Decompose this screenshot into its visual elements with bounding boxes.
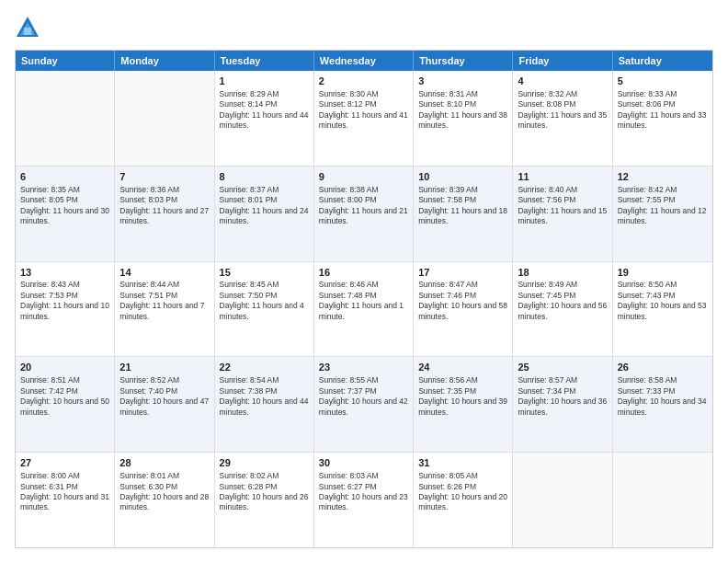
daylight-text: Daylight: 11 hours and 38 minutes. xyxy=(418,110,507,130)
daylight-text: Daylight: 10 hours and 53 minutes. xyxy=(618,301,707,320)
daylight-text: Daylight: 11 hours and 4 minutes. xyxy=(220,301,304,320)
day-number: 11 xyxy=(518,170,607,184)
day-number: 22 xyxy=(220,361,309,374)
calendar-cell: 14Sunrise: 8:44 AMSunset: 7:51 PMDayligh… xyxy=(115,262,214,357)
daylight-text: Daylight: 10 hours and 50 minutes. xyxy=(20,396,109,416)
calendar-cell: 25Sunrise: 8:57 AMSunset: 7:34 PMDayligh… xyxy=(513,357,612,452)
day-number: 25 xyxy=(518,361,607,374)
sunset-text: Sunset: 7:37 PM xyxy=(319,386,377,396)
day-number: 4 xyxy=(518,75,607,88)
sunset-text: Sunset: 8:00 PM xyxy=(319,195,377,204)
daylight-text: Daylight: 10 hours and 47 minutes. xyxy=(119,396,209,416)
page: SundayMondayTuesdayWednesdayThursdayFrid… xyxy=(0,0,728,563)
sunset-text: Sunset: 8:08 PM xyxy=(518,99,575,109)
calendar-cell: 4Sunrise: 8:32 AMSunset: 8:08 PMDaylight… xyxy=(513,71,612,166)
sunset-text: Sunset: 7:40 PM xyxy=(119,386,177,396)
header-day-monday: Monday xyxy=(115,51,214,71)
calendar-cell: 28Sunrise: 8:01 AMSunset: 6:30 PMDayligh… xyxy=(115,453,214,547)
calendar-week-5: 27Sunrise: 8:00 AMSunset: 6:31 PMDayligh… xyxy=(16,453,712,547)
daylight-text: Daylight: 10 hours and 28 minutes. xyxy=(119,492,209,511)
header-day-sunday: Sunday xyxy=(16,51,115,71)
sunrise-text: Sunrise: 8:49 AM xyxy=(518,280,577,289)
sunset-text: Sunset: 7:35 PM xyxy=(418,386,476,396)
calendar-cell: 17Sunrise: 8:47 AMSunset: 7:46 PMDayligh… xyxy=(414,262,513,357)
calendar-week-1: 1Sunrise: 8:29 AMSunset: 8:14 PMDaylight… xyxy=(16,71,712,167)
calendar-cell: 29Sunrise: 8:02 AMSunset: 6:28 PMDayligh… xyxy=(215,453,314,547)
calendar-cell xyxy=(16,71,115,166)
sunrise-text: Sunrise: 8:58 AM xyxy=(618,375,677,385)
sunset-text: Sunset: 6:26 PM xyxy=(418,482,476,491)
calendar-cell: 18Sunrise: 8:49 AMSunset: 7:45 PMDayligh… xyxy=(513,262,612,357)
day-number: 7 xyxy=(119,170,209,184)
calendar-cell: 16Sunrise: 8:46 AMSunset: 7:48 PMDayligh… xyxy=(314,262,414,357)
day-number: 5 xyxy=(618,75,708,88)
sunrise-text: Sunrise: 8:46 AM xyxy=(319,280,379,289)
sunrise-text: Sunrise: 8:57 AM xyxy=(518,375,577,385)
daylight-text: Daylight: 10 hours and 44 minutes. xyxy=(220,396,309,416)
daylight-text: Daylight: 11 hours and 12 minutes. xyxy=(618,206,707,225)
header-day-saturday: Saturday xyxy=(613,51,712,71)
calendar-cell xyxy=(115,71,214,166)
sunrise-text: Sunrise: 8:56 AM xyxy=(418,375,478,385)
calendar-cell: 15Sunrise: 8:45 AMSunset: 7:50 PMDayligh… xyxy=(215,262,314,357)
header-day-thursday: Thursday xyxy=(414,51,513,71)
day-number: 23 xyxy=(319,361,408,374)
day-number: 18 xyxy=(518,266,607,280)
calendar-week-2: 6Sunrise: 8:35 AMSunset: 8:05 PMDaylight… xyxy=(16,167,712,262)
sunrise-text: Sunrise: 8:29 AM xyxy=(220,89,279,98)
sunset-text: Sunset: 7:34 PM xyxy=(518,386,575,396)
logo xyxy=(15,15,44,40)
calendar-body: 1Sunrise: 8:29 AMSunset: 8:14 PMDaylight… xyxy=(16,71,712,547)
sunrise-text: Sunrise: 8:32 AM xyxy=(518,89,577,98)
calendar-cell xyxy=(513,453,612,547)
calendar-cell: 11Sunrise: 8:40 AMSunset: 7:56 PMDayligh… xyxy=(513,167,612,261)
calendar-week-4: 20Sunrise: 8:51 AMSunset: 7:42 PMDayligh… xyxy=(16,357,712,453)
day-number: 29 xyxy=(220,456,309,470)
day-number: 1 xyxy=(220,75,309,88)
sunrise-text: Sunrise: 8:36 AM xyxy=(119,185,179,194)
sunset-text: Sunset: 6:28 PM xyxy=(220,482,278,491)
sunset-text: Sunset: 7:33 PM xyxy=(618,386,676,396)
sunset-text: Sunset: 7:46 PM xyxy=(418,291,476,300)
calendar-cell: 8Sunrise: 8:37 AMSunset: 8:01 PMDaylight… xyxy=(215,167,314,261)
header-day-friday: Friday xyxy=(513,51,612,71)
sunset-text: Sunset: 8:01 PM xyxy=(220,195,278,204)
sunrise-text: Sunrise: 8:01 AM xyxy=(119,471,179,480)
sunrise-text: Sunrise: 8:47 AM xyxy=(418,280,478,289)
daylight-text: Daylight: 11 hours and 41 minutes. xyxy=(319,110,408,130)
calendar-cell: 22Sunrise: 8:54 AMSunset: 7:38 PMDayligh… xyxy=(215,357,314,452)
daylight-text: Daylight: 10 hours and 34 minutes. xyxy=(618,396,707,416)
daylight-text: Daylight: 11 hours and 7 minutes. xyxy=(119,301,204,320)
calendar-cell: 27Sunrise: 8:00 AMSunset: 6:31 PMDayligh… xyxy=(16,453,115,547)
calendar-cell: 7Sunrise: 8:36 AMSunset: 8:03 PMDaylight… xyxy=(115,167,214,261)
sunrise-text: Sunrise: 8:35 AM xyxy=(20,185,80,194)
day-number: 30 xyxy=(319,456,408,470)
svg-rect-2 xyxy=(24,28,31,35)
sunrise-text: Sunrise: 8:38 AM xyxy=(319,185,379,194)
calendar-cell xyxy=(613,453,712,547)
day-number: 28 xyxy=(119,456,209,470)
sunset-text: Sunset: 8:14 PM xyxy=(220,99,278,109)
daylight-text: Daylight: 10 hours and 39 minutes. xyxy=(418,396,507,416)
day-number: 12 xyxy=(618,170,708,184)
header xyxy=(15,15,713,40)
day-number: 27 xyxy=(20,456,109,470)
daylight-text: Daylight: 11 hours and 1 minute. xyxy=(319,301,404,320)
header-day-wednesday: Wednesday xyxy=(314,51,414,71)
calendar-cell: 20Sunrise: 8:51 AMSunset: 7:42 PMDayligh… xyxy=(16,357,115,452)
sunset-text: Sunset: 8:10 PM xyxy=(418,99,476,109)
calendar-cell: 9Sunrise: 8:38 AMSunset: 8:00 PMDaylight… xyxy=(314,167,414,261)
sunrise-text: Sunrise: 8:05 AM xyxy=(418,471,478,480)
daylight-text: Daylight: 11 hours and 30 minutes. xyxy=(20,206,109,225)
calendar-cell: 21Sunrise: 8:52 AMSunset: 7:40 PMDayligh… xyxy=(115,357,214,452)
calendar-cell: 23Sunrise: 8:55 AMSunset: 7:37 PMDayligh… xyxy=(314,357,414,452)
sunset-text: Sunset: 7:43 PM xyxy=(618,291,676,300)
header-day-tuesday: Tuesday xyxy=(215,51,314,71)
day-number: 21 xyxy=(119,361,209,374)
sunset-text: Sunset: 8:03 PM xyxy=(119,195,177,204)
calendar-cell: 31Sunrise: 8:05 AMSunset: 6:26 PMDayligh… xyxy=(414,453,513,547)
sunrise-text: Sunrise: 8:45 AM xyxy=(220,280,279,289)
sunset-text: Sunset: 7:53 PM xyxy=(20,291,78,300)
daylight-text: Daylight: 11 hours and 10 minutes. xyxy=(20,301,109,320)
day-number: 8 xyxy=(220,170,309,184)
